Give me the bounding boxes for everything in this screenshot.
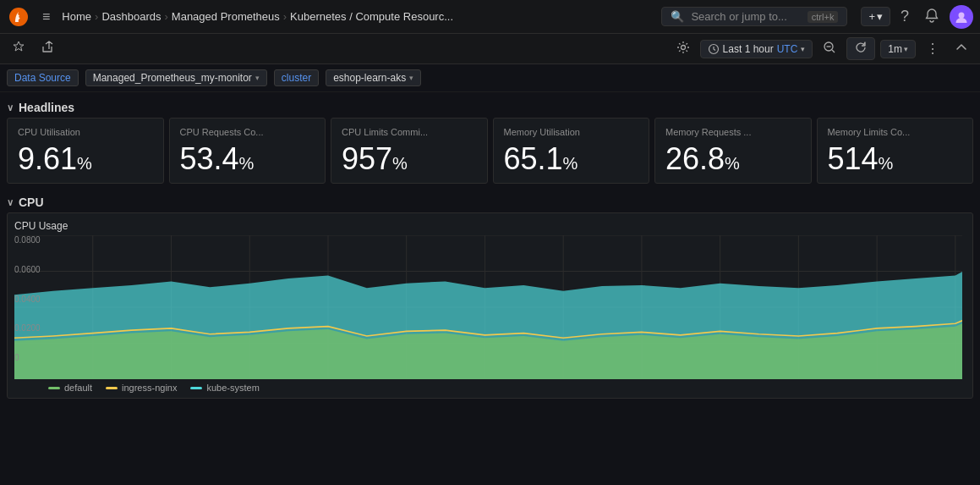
- headlines-section-header[interactable]: ∨ Headlines: [7, 96, 973, 118]
- time-range-caret: ▾: [801, 45, 805, 53]
- legend-color-kube-system: [190, 387, 202, 389]
- metric-card-2: CPU Limits Commi... 957%: [331, 118, 488, 184]
- content: ∨ Headlines CPU Utilisation 9.61% CPU Re…: [0, 92, 980, 402]
- metric-title-1: CPU Requests Co...: [180, 127, 315, 137]
- toolbar: Last 1 hour UTC ▾ 1m ▾ ⋮: [0, 34, 980, 64]
- metric-value-4: 26.8%: [665, 144, 801, 174]
- chart-title: CPU Usage: [14, 220, 962, 232]
- share-button[interactable]: [36, 38, 59, 59]
- hamburger-menu[interactable]: ≡: [37, 6, 55, 28]
- metric-value-3: 65.1%: [504, 144, 639, 174]
- cluster-value: eshop-learn-aks: [333, 72, 406, 84]
- legend-item-ingress-nginx[interactable]: ingress-nginx: [106, 383, 177, 393]
- search-shortcut: ctrl+k: [808, 11, 839, 23]
- breadcrumb: Home › Dashboards › Managed Prometheus ›…: [62, 10, 654, 23]
- notifications-button[interactable]: [919, 4, 944, 30]
- search-placeholder: Search or jump to...: [691, 10, 786, 23]
- metric-value-2: 957%: [342, 144, 477, 174]
- legend-label-kube-system: kube-system: [206, 383, 259, 393]
- chart-legend: default ingress-nginx kube-system: [14, 379, 962, 394]
- metric-card-1: CPU Requests Co... 53.4%: [169, 118, 326, 184]
- metric-title-5: Memory Limits Co...: [828, 127, 963, 137]
- toolbar-right: Last 1 hour UTC ▾ 1m ▾ ⋮: [671, 37, 973, 60]
- cluster-selector[interactable]: eshop-learn-aks ▾: [326, 69, 421, 86]
- interval-label: 1m: [888, 43, 902, 55]
- add-panel-button[interactable]: + ▾: [861, 7, 890, 26]
- collapse-button[interactable]: [950, 38, 973, 60]
- search-icon: 🔍: [671, 10, 684, 23]
- breadcrumb-managed-prometheus[interactable]: Managed Prometheus: [172, 10, 280, 23]
- interval-caret: ▾: [904, 45, 908, 53]
- help-button[interactable]: ?: [895, 4, 914, 29]
- zoom-out-button[interactable]: [818, 38, 841, 60]
- metric-title-3: Memory Utilisation: [504, 127, 639, 137]
- legend-color-ingress-nginx: [106, 387, 118, 389]
- data-source-tag: Data Source: [7, 69, 79, 86]
- data-source-selector[interactable]: Managed_Prometheus_my-monitor ▾: [85, 69, 267, 86]
- metric-value-0: 9.61%: [18, 144, 153, 174]
- legend-color-default: [48, 387, 60, 389]
- cpu-section-header[interactable]: ∨ CPU: [7, 190, 973, 212]
- headlines-caret: ∨: [7, 102, 14, 113]
- metrics-grid: CPU Utilisation 9.61% CPU Requests Co...…: [7, 118, 973, 184]
- metric-card-5: Memory Limits Co... 514%: [817, 118, 974, 184]
- cluster-tag: cluster: [274, 69, 319, 86]
- metric-title-0: CPU Utilisation: [18, 127, 153, 137]
- user-avatar[interactable]: [950, 5, 973, 29]
- data-source-value: Managed_Prometheus_my-monitor: [93, 72, 252, 84]
- legend-label-default: default: [64, 383, 92, 393]
- svg-point-3: [681, 46, 685, 50]
- breadcrumb-dashboards[interactable]: Dashboards: [101, 10, 161, 23]
- metric-value-5: 514%: [828, 144, 963, 174]
- cpu-usage-panel: CPU Usage: [7, 212, 973, 399]
- refresh-button[interactable]: [846, 37, 875, 60]
- search-bar[interactable]: 🔍 Search or jump to... ctrl+k: [661, 7, 847, 26]
- breadcrumb-current: Kubernetes / Compute Resourc...: [290, 10, 453, 23]
- metric-card-4: Memory Requests ... 26.8%: [654, 118, 812, 184]
- utc-label: UTC: [777, 43, 798, 55]
- time-range-label: Last 1 hour: [723, 43, 774, 55]
- cpu-caret: ∨: [7, 197, 14, 208]
- cluster-caret: ▾: [409, 74, 413, 82]
- legend-item-kube-system[interactable]: kube-system: [190, 383, 259, 393]
- cpu-title: CPU: [19, 196, 44, 209]
- time-range-selector[interactable]: Last 1 hour UTC ▾: [700, 40, 813, 58]
- data-source-caret: ▾: [255, 74, 260, 82]
- headlines-title: Headlines: [19, 101, 74, 114]
- chart-area: 13:00 13:05 13:10 13:15 13:20 13:25 13:3…: [14, 235, 962, 379]
- app-logo[interactable]: [7, 5, 30, 29]
- breadcrumb-home[interactable]: Home: [62, 10, 91, 23]
- dashboard-settings-button[interactable]: [671, 38, 695, 59]
- metric-card-3: Memory Utilisation 65.1%: [493, 118, 650, 184]
- metric-card-0: CPU Utilisation 9.61%: [7, 118, 164, 184]
- filter-bar: Data Source Managed_Prometheus_my-monito…: [0, 64, 980, 92]
- metric-title-4: Memory Requests ...: [665, 127, 801, 137]
- legend-item-default[interactable]: default: [48, 383, 92, 393]
- svg-point-2: [959, 12, 965, 18]
- star-button[interactable]: [7, 38, 30, 59]
- top-nav: ≡ Home › Dashboards › Managed Prometheus…: [0, 0, 980, 34]
- legend-label-ingress-nginx: ingress-nginx: [122, 383, 177, 393]
- refresh-interval-selector[interactable]: 1m ▾: [880, 40, 916, 58]
- nav-actions: + ▾ ?: [861, 4, 973, 30]
- metric-title-2: CPU Limits Commi...: [342, 127, 477, 137]
- y-axis-labels: 0.0800 0.0600 0.0400 0.0200 0: [14, 235, 50, 362]
- toolbar-left: [7, 38, 666, 59]
- metric-value-1: 53.4%: [180, 144, 315, 174]
- more-options-button[interactable]: ⋮: [921, 37, 944, 60]
